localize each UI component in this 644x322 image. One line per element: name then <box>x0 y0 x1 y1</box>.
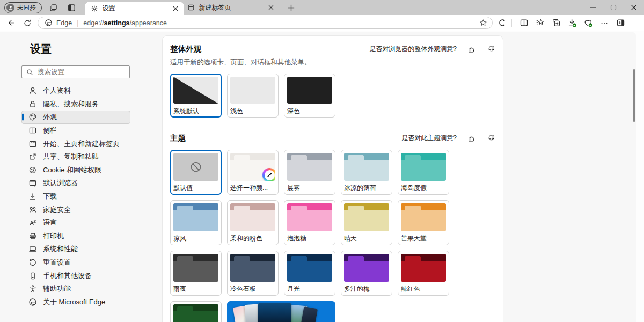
close-tab-icon[interactable] <box>171 4 180 13</box>
refresh-icon[interactable] <box>20 16 34 30</box>
maximize-button[interactable] <box>603 0 624 15</box>
family-icon <box>28 206 37 214</box>
sidebar-item-打印机[interactable]: 打印机 <box>21 230 130 243</box>
sidebar-item-侧栏[interactable]: 侧栏 <box>21 124 130 137</box>
sidebar-item-开始、主页和新建标签页[interactable]: 开始、主页和新建标签页 <box>21 137 130 150</box>
theme-preview <box>401 254 446 282</box>
settings-nav: 个人资料隐私、搜索和服务外观侧栏开始、主页和新建标签页共享、复制和粘贴Cooki… <box>0 84 161 309</box>
sidebar-item-隐私、搜索和服务[interactable]: 隐私、搜索和服务 <box>21 98 130 111</box>
settings-search-box[interactable] <box>21 65 130 78</box>
minimize-button[interactable] <box>583 0 603 15</box>
split-screen-icon[interactable] <box>517 16 531 30</box>
theme-card-雨夜[interactable]: 雨夜 <box>170 251 222 296</box>
sidebar-item-label: 共享、复制和粘贴 <box>43 152 99 162</box>
theme-card-晴天[interactable]: 晴天 <box>341 200 392 245</box>
theme-card-默认值[interactable]: 默认值 <box>170 150 222 195</box>
site-name: Edge <box>56 19 72 27</box>
appearance-mode-system[interactable]: 系统默认 <box>170 74 222 118</box>
theme-grid: 默认值选择一种颜...晨雾冰凉的薄荷海岛度假凉风柔和的粉色泡泡糖晴天芒果天堂雨夜… <box>170 150 495 322</box>
mode-preview <box>230 77 275 104</box>
theme-card-选择一种颜...[interactable]: 选择一种颜... <box>227 150 279 195</box>
theme-card-海岛度假[interactable]: 海岛度假 <box>398 150 449 195</box>
sidebar-item-下载[interactable]: 下载 <box>21 190 130 203</box>
sidebar-item-label: 重置设置 <box>43 258 71 267</box>
appearance-mode-dark[interactable]: 深色 <box>284 74 335 118</box>
theme-label: 月光 <box>287 284 332 292</box>
palette-icon <box>28 113 37 121</box>
theme-card-凉风[interactable]: 凉风 <box>170 200 222 245</box>
sidebar-item-手机和其他设备[interactable]: 手机和其他设备 <box>21 269 130 282</box>
profile-label: 未同步 <box>17 4 36 12</box>
thumbs-down-icon[interactable] <box>487 45 495 54</box>
downloads-icon[interactable] <box>565 16 579 30</box>
theme-label: 冷色石板 <box>230 284 275 292</box>
more-options-icon[interactable] <box>597 16 611 30</box>
sidebar-item-默认浏览器[interactable]: 默认浏览器 <box>21 177 130 190</box>
theme-card-辣红色[interactable]: 辣红色 <box>398 251 449 296</box>
theme-label: 辣红色 <box>401 284 446 292</box>
sidebar-item-重置设置[interactable]: 重置设置 <box>21 256 130 269</box>
theme-card-芒果天堂[interactable]: 芒果天堂 <box>398 200 449 245</box>
theme-preview <box>230 203 275 231</box>
address-bar[interactable]: Edge | edge://settings/appearance <box>38 17 493 29</box>
vertical-tabs-icon[interactable] <box>65 1 78 14</box>
theme-card-冷色石板[interactable]: 冷色石板 <box>227 251 279 296</box>
sidebar-item-label: 手机和其他设备 <box>43 271 92 281</box>
close-tab-icon[interactable] <box>267 3 275 12</box>
sidebar-item-label: 家庭安全 <box>43 205 71 215</box>
profile-chip[interactable]: 未同步 <box>4 2 42 13</box>
theme-card-柔和的粉色[interactable]: 柔和的粉色 <box>227 200 279 245</box>
thumbs-up-icon[interactable] <box>467 134 476 143</box>
sidebar-item-外观[interactable]: 外观 <box>21 111 130 124</box>
theme-preview-tab <box>348 155 364 160</box>
sidebar-item-系统和性能[interactable]: 系统和性能 <box>21 243 130 256</box>
sidebar-item-辅助功能[interactable]: 辅助功能 <box>21 282 130 296</box>
theme-card-晨雾[interactable]: 晨雾 <box>284 150 335 195</box>
close-window-button[interactable] <box>624 0 644 15</box>
sidebar-item-关于 Microsoft Edge[interactable]: 关于 Microsoft Edge <box>21 296 130 309</box>
tab-settings[interactable]: 设置 <box>85 2 184 15</box>
favorite-star-icon[interactable] <box>479 19 487 27</box>
workspaces-icon[interactable] <box>47 1 60 14</box>
language-icon <box>28 218 37 227</box>
new-tab-button[interactable] <box>284 1 298 14</box>
sidebar-item-个人资料[interactable]: 个人资料 <box>21 84 130 98</box>
browser-essentials-icon[interactable] <box>581 16 595 30</box>
theme-card-泡泡糖[interactable]: 泡泡糖 <box>284 200 335 245</box>
theme-photo-thumbnail <box>301 306 318 322</box>
theme-card-月光[interactable]: 月光 <box>284 251 335 296</box>
mode-preview <box>173 77 218 104</box>
appearance-mode-options: 系统默认浅色深色 <box>170 74 495 118</box>
theme-preview <box>173 304 218 322</box>
theme-card-多汁的梅[interactable]: 多汁的梅 <box>341 251 392 296</box>
system-icon <box>28 245 37 253</box>
sidebar-item-label: 个人资料 <box>43 86 71 96</box>
theme-card-unnamed[interactable] <box>170 301 222 322</box>
back-icon[interactable] <box>4 16 18 30</box>
favorites-icon[interactable] <box>533 16 547 30</box>
theme-preview-tab <box>405 155 421 160</box>
new-tab-page-icon <box>187 4 195 11</box>
thumbs-down-icon[interactable] <box>487 134 495 143</box>
navigation-toolbar: Edge | edge://settings/appearance <box>0 15 644 31</box>
sidebar-item-共享、复制和粘贴[interactable]: 共享、复制和粘贴 <box>21 150 130 164</box>
shield-icon[interactable] <box>495 16 509 30</box>
theme-preview <box>230 153 275 181</box>
search-input[interactable] <box>38 68 118 76</box>
collections-icon[interactable] <box>549 16 563 30</box>
theme-card-冰凉的薄荷[interactable]: 冰凉的薄荷 <box>341 150 392 195</box>
theme-preview-tab <box>234 206 250 210</box>
thumbs-up-icon[interactable] <box>467 45 476 54</box>
tab-new-tab-page[interactable]: 新建标签页 <box>184 1 280 14</box>
scrollbar-thumb[interactable] <box>633 69 635 122</box>
appearance-mode-light[interactable]: 浅色 <box>227 74 279 118</box>
theme-preview-tab <box>234 155 250 160</box>
sidebar-item-家庭安全[interactable]: 家庭安全 <box>21 203 130 216</box>
copilot-sidebar-icon[interactable] <box>613 16 627 30</box>
theme-preview-tab <box>177 206 193 210</box>
theme-preview <box>401 203 446 231</box>
sidebar-item-Cookie 和网站权限[interactable]: Cookie 和网站权限 <box>21 164 130 177</box>
theme-gallery-banner[interactable] <box>227 301 335 322</box>
section-subtitle: 适用于新的选项卡、页面、对话框和其他菜单。 <box>170 58 495 67</box>
sidebar-item-语言[interactable]: 语言 <box>21 216 130 230</box>
